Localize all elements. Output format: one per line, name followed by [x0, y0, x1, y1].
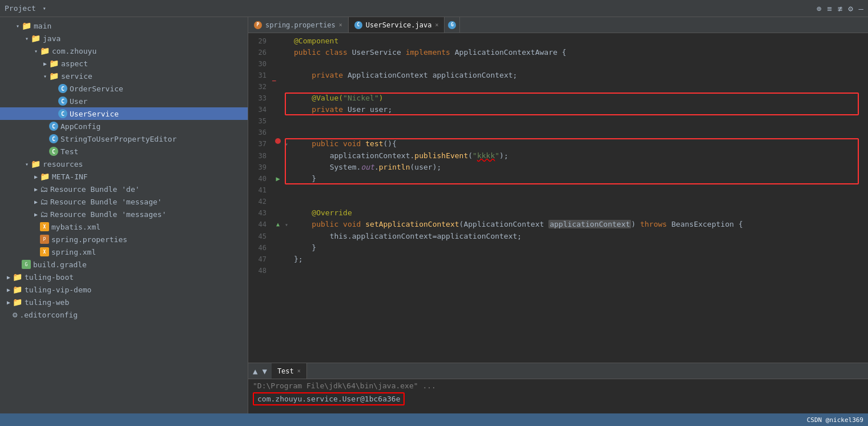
filter-icon[interactable]: ≢: [838, 4, 842, 13]
main-content: ▾ 📁 main ▾ 📁 java ▾ 📁 com.zhouyu ▶ 📁 asp…: [0, 17, 868, 413]
sidebar-item-label: Resource Bundle 'messages': [50, 210, 167, 219]
sidebar-item-resource-bundle-message[interactable]: ▶ 🗂 Resource Bundle 'message': [0, 195, 248, 208]
line-number: 34: [248, 104, 271, 115]
sidebar-item-AppConfig[interactable]: C AppConfig: [0, 120, 248, 132]
expand-arrow: ▶: [5, 287, 13, 293]
line-number: 38: [248, 150, 271, 162]
sidebar-item-spring-xml[interactable]: X spring.xml: [0, 246, 248, 258]
code-text: [292, 127, 868, 138]
code-text: [292, 196, 868, 207]
bottom-tab-test[interactable]: Test ×: [272, 363, 307, 379]
expand-arrow: ▾: [23, 35, 31, 42]
tab-UserService[interactable]: C UserService.java ×: [349, 17, 445, 33]
code-line-48: 48: [248, 265, 868, 276]
sidebar-item-label: tuling-boot: [25, 273, 74, 282]
sidebar-item-service[interactable]: ▾ 📁 service: [0, 70, 248, 82]
code-line-45: 45 this.applicationContext=applicationCo…: [248, 231, 868, 242]
fold-arrow[interactable]: ▾: [285, 222, 288, 228]
bundle-icon: 🗂: [40, 210, 48, 219]
tab-spring-properties[interactable]: P spring.properties ×: [248, 17, 349, 33]
line-gutter: ▶: [271, 173, 285, 184]
add-icon[interactable]: ⊕: [817, 4, 821, 13]
sidebar-item-StringToUserPropertyEditor[interactable]: C StringToUserPropertyEditor: [0, 132, 248, 145]
gradle-icon: G: [22, 260, 31, 269]
code-text: }: [292, 173, 868, 184]
project-label: Project: [5, 4, 36, 13]
breakpoint-dot: [275, 138, 281, 144]
code-line-33: 33 @Value("Nickel"): [248, 93, 868, 104]
project-dropdown-arrow[interactable]: ▾: [41, 5, 49, 11]
sidebar-item-editorconfig[interactable]: ⚙ .editorconfig: [0, 308, 248, 321]
code-line-44: 44 ▲ ▾ public void setApplicationContext…: [248, 219, 868, 231]
bundle-icon: 🗂: [40, 197, 48, 206]
folder-icon: 📁: [31, 159, 41, 168]
sidebar-item-tuling-web[interactable]: ▶ 📁 tuling-web: [0, 296, 248, 308]
sidebar-item-build-gradle[interactable]: G build.gradle: [0, 258, 248, 271]
tab-close-button[interactable]: ×: [339, 22, 342, 28]
sidebar-item-label: main: [34, 22, 51, 30]
sidebar-item-label: Test: [60, 147, 78, 156]
line-number: 32: [248, 81, 271, 93]
tab-label: spring.properties: [265, 21, 336, 29]
tab-close-button[interactable]: ×: [435, 22, 438, 28]
minimize-icon[interactable]: —: [859, 4, 863, 13]
sidebar-item-label: AppConfig: [60, 122, 100, 131]
sidebar-item-UserService[interactable]: C UserService: [0, 107, 248, 120]
sidebar-item-mybatis-xml[interactable]: X mybatis.xml: [0, 220, 248, 233]
fold-arrow[interactable]: ▾: [285, 141, 288, 147]
line-gutter: ▲: [271, 219, 285, 230]
up-icon[interactable]: ▲: [253, 367, 257, 376]
folder-icon: 📁: [13, 272, 22, 282]
code-text: [292, 58, 868, 70]
sidebar-item-spring-properties[interactable]: P spring.properties: [0, 233, 248, 246]
sidebar-item-aspect[interactable]: ▶ 📁 aspect: [0, 57, 248, 70]
line-number: 42: [248, 196, 271, 207]
sidebar-item-META-INF[interactable]: ▶ 📁 META-INF: [0, 170, 248, 183]
down-icon[interactable]: ▼: [262, 367, 267, 376]
sidebar-item-resources[interactable]: ▾ 📁 resources: [0, 158, 248, 170]
red-box-group-1: 33 @Value("Nickel") 34 private User user…: [248, 93, 868, 115]
code-line-46: 46 }: [248, 242, 868, 254]
sidebar-item-OrderService[interactable]: C OrderService: [0, 82, 248, 95]
sidebar-item-label: resources: [43, 160, 83, 168]
file-type-icon: P: [254, 21, 262, 29]
settings-icon[interactable]: ⚙: [848, 4, 853, 13]
line-number: 45: [248, 231, 271, 242]
tab-extra[interactable]: G: [445, 17, 460, 33]
sidebar-item-resource-bundle-messages[interactable]: ▶ 🗂 Resource Bundle 'messages': [0, 208, 248, 220]
code-line-41: 41: [248, 184, 868, 196]
bottom-panel: ▲ ▼ Test × "D:\Program File\jdk\64\bin\j…: [248, 363, 868, 413]
sidebar-item-java[interactable]: ▾ 📁 java: [0, 32, 248, 45]
code-text: private User user;: [292, 104, 868, 115]
right-panel: P spring.properties × C UserService.java…: [248, 17, 868, 413]
code-text: [292, 184, 868, 196]
sidebar-item-com-zhouyu[interactable]: ▾ 📁 com.zhouyu: [0, 45, 248, 57]
sidebar-item-main[interactable]: ▾ 📁 main: [0, 19, 248, 32]
sidebar-item-label: .editorconfig: [19, 311, 78, 319]
xml-icon: X: [40, 222, 49, 231]
sidebar-item-label: User: [70, 97, 87, 106]
bottom-tab-close-button[interactable]: ×: [297, 368, 301, 374]
code-line-40: 40 ▶ }: [248, 173, 868, 184]
sidebar-item-User[interactable]: C User: [0, 95, 248, 107]
sidebar-item-Test[interactable]: C Test: [0, 145, 248, 158]
folder-icon: 📁: [13, 298, 22, 307]
expand-arrow: ▾: [23, 161, 31, 167]
bottom-tab-label: Test: [277, 367, 294, 375]
code-editor[interactable]: 29 @Component 26 public class UserServic…: [248, 33, 868, 363]
expand-arrow: ▶: [41, 61, 49, 67]
sidebar-item-resource-bundle-de[interactable]: ▶ 🗂 Resource Bundle 'de': [0, 183, 248, 195]
line-number: 41: [248, 184, 271, 196]
code-text: applicationContext.publishEvent("kkkk");: [292, 150, 868, 162]
code-line-34: 34 private User user;: [248, 104, 868, 115]
list-icon[interactable]: ≡: [827, 4, 831, 13]
code-text: [292, 81, 868, 93]
sidebar-item-tuling-boot[interactable]: ▶ 📁 tuling-boot: [0, 271, 248, 283]
sidebar-item-tuling-vip-demo[interactable]: ▶ 📁 tuling-vip-demo: [0, 283, 248, 296]
code-text: @Override: [292, 207, 868, 219]
code-line-39: 39 System.out.println(user);: [248, 162, 868, 173]
sidebar-item-label: Resource Bundle 'message': [50, 198, 162, 206]
expand-arrow: ▾: [32, 48, 40, 54]
sidebar-item-label: service: [61, 72, 92, 81]
bottom-panel-controls: ▲ ▼: [248, 363, 272, 379]
